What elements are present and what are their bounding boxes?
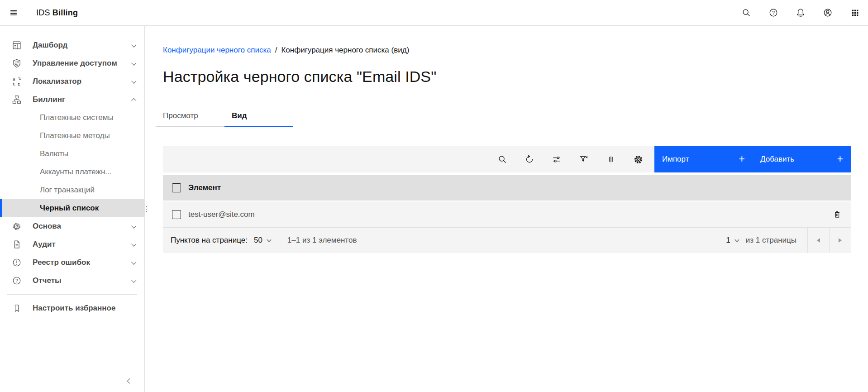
sidebar-item-label: Управление доступом xyxy=(33,59,132,68)
tab-view[interactable]: Вид xyxy=(224,105,293,127)
menu-button[interactable] xyxy=(1,0,26,25)
notifications-button[interactable] xyxy=(790,2,811,24)
svg-text:z: z xyxy=(18,82,19,86)
sidebar-item-favorites[interactable]: Настроить избранное xyxy=(0,299,144,317)
caret-right-icon xyxy=(839,238,842,243)
row-cell-value: test-user@site.com xyxy=(188,210,826,219)
refresh-button[interactable] xyxy=(519,146,540,172)
sidebar-item-label: Дашборд xyxy=(33,41,132,50)
chevron-down-icon xyxy=(131,277,136,282)
table-search-button[interactable] xyxy=(491,146,513,172)
sidebar-item-core[interactable]: Основа xyxy=(0,217,144,235)
pagination-divider xyxy=(279,228,279,253)
refresh-icon xyxy=(525,154,534,164)
search-icon xyxy=(741,8,751,18)
filter-remove-icon xyxy=(579,154,589,164)
sidebar-item-audit[interactable]: Аудит xyxy=(0,235,144,253)
warning-icon xyxy=(12,258,22,268)
settings-adjust-button[interactable] xyxy=(546,146,568,172)
sidebar-subitem-blacklist[interactable]: Черный список xyxy=(0,199,144,217)
pagination-bar: Пунктов на странице: 50 1–1 из 1 элемент… xyxy=(163,228,851,253)
svg-text:a: a xyxy=(13,77,15,81)
app-switcher-button[interactable] xyxy=(844,2,866,24)
sidebar-subitem-payment-systems[interactable]: Платежные системы xyxy=(0,109,144,127)
sidebar-collapse-button[interactable] xyxy=(121,372,139,390)
bell-icon xyxy=(796,8,806,18)
sidebar-subitem-label: Платежные методы xyxy=(40,131,110,140)
sidebar-item-error-registry[interactable]: Реестр ошибок xyxy=(0,253,144,272)
caret-left-icon xyxy=(817,238,820,243)
add-button[interactable]: Добавить + xyxy=(753,146,851,172)
import-button[interactable]: Импорт + xyxy=(654,146,753,172)
sidebar-item-label: Аудит xyxy=(33,240,132,249)
chevron-down-icon xyxy=(131,223,136,228)
tab-view-list[interactable]: Просмотр xyxy=(156,105,224,127)
sidebar-subitem-payment-accounts[interactable]: Аккаунты платежн... xyxy=(0,163,144,181)
pagination-range-text: 1–1 из 1 элементов xyxy=(287,236,357,245)
sidebar-item-access-management[interactable]: Управление доступом xyxy=(0,54,144,72)
user-icon xyxy=(823,8,833,18)
total-pages-text: из 1 страницы xyxy=(746,236,796,245)
sidebar-item-reports[interactable]: ? Отчеты xyxy=(0,272,144,290)
svg-text:?: ? xyxy=(772,10,775,15)
next-page-button[interactable] xyxy=(829,228,851,253)
flow-icon xyxy=(12,95,22,105)
column-header-element: Элемент xyxy=(188,183,221,192)
columns-icon xyxy=(606,154,616,164)
svg-text:?: ? xyxy=(15,278,18,283)
sidebar-subitem-payment-methods[interactable]: Платежные методы xyxy=(0,127,144,145)
previous-page-button[interactable] xyxy=(807,228,829,253)
shield-icon xyxy=(12,58,22,68)
brand-suffix: Billing xyxy=(52,8,78,17)
sidebar: Дашборд Управление доступом a z xyxy=(0,26,145,392)
sidebar-item-billing[interactable]: Биллинг xyxy=(0,91,144,109)
account-button[interactable] xyxy=(817,2,839,24)
brand-prefix: IDS xyxy=(36,8,50,17)
sidebar-subitem-label: Черный список xyxy=(40,204,99,213)
sidebar-item-dashboard[interactable]: Дашборд xyxy=(0,36,144,54)
bookmark-icon xyxy=(12,303,22,313)
delete-row-button[interactable] xyxy=(826,204,848,225)
column-settings-button[interactable] xyxy=(600,146,622,172)
app-brand: IDS Billing xyxy=(36,8,78,18)
clear-filters-button[interactable] xyxy=(573,146,595,172)
sidebar-item-localizer[interactable]: a z Локализатор xyxy=(0,72,144,91)
chevron-down-icon xyxy=(131,60,136,65)
breadcrumb-separator: / xyxy=(275,46,277,55)
document-icon xyxy=(12,239,22,249)
sidebar-subitem-currencies[interactable]: Валюты xyxy=(0,145,144,163)
table-toolbar: Импорт + Добавить + xyxy=(163,146,851,172)
help-button[interactable]: ? xyxy=(763,2,784,24)
chevron-down-icon xyxy=(131,78,136,83)
dashboard-icon xyxy=(12,40,22,50)
chevron-down-icon xyxy=(131,42,136,47)
chevron-up-icon xyxy=(131,98,136,103)
sidebar-subitem-transaction-log[interactable]: Лог транзакций xyxy=(0,181,144,199)
items-per-page-select[interactable]: 50 xyxy=(254,236,271,245)
tab-label: Вид xyxy=(232,111,247,120)
plus-icon: + xyxy=(837,154,843,164)
page-number-select[interactable]: 1 xyxy=(718,236,745,245)
report-help-icon: ? xyxy=(12,276,22,286)
sidebar-submenu-billing: Платежные системы Платежные методы Валют… xyxy=(0,109,144,217)
search-icon xyxy=(497,154,507,164)
table-settings-button[interactable] xyxy=(627,146,649,172)
row-checkbox[interactable] xyxy=(172,210,181,219)
sidebar-subitem-label: Платежные системы xyxy=(40,113,114,122)
items-per-page-value: 50 xyxy=(254,236,262,245)
breadcrumb: Конфигурации черного списка / Конфигурац… xyxy=(163,45,868,55)
breadcrumb-link[interactable]: Конфигурации черного списка xyxy=(163,46,271,55)
data-table: Импорт + Добавить + Элемент test-user@si… xyxy=(163,146,851,253)
hamburger-icon xyxy=(9,8,19,18)
search-button[interactable] xyxy=(735,2,757,24)
select-all-checkbox[interactable] xyxy=(172,183,181,192)
sidebar-subitem-label: Валюты xyxy=(40,149,68,158)
tabs: Просмотр Вид xyxy=(156,105,868,127)
add-button-label: Добавить xyxy=(760,155,794,164)
sidebar-resize-handle[interactable] xyxy=(146,206,147,212)
sidebar-subitem-label: Лог транзакций xyxy=(40,186,95,195)
header-actions: ? xyxy=(730,2,868,24)
table-row[interactable]: test-user@site.com xyxy=(163,201,851,228)
breadcrumb-current: Конфигурация черного списка (вид) xyxy=(281,46,409,55)
sidebar-subitem-label: Аккаунты платежн... xyxy=(40,167,111,177)
